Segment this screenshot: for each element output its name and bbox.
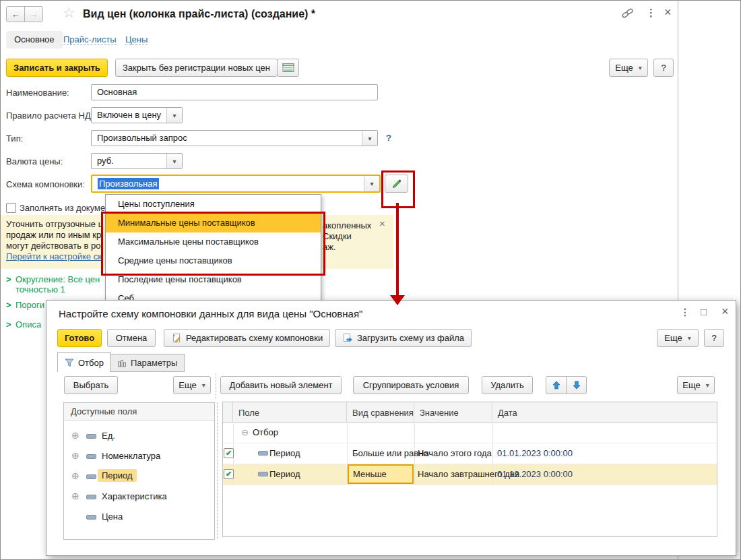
expand-icon[interactable]: ⊕ <box>71 431 79 440</box>
tree-item-nomenclature[interactable]: ⊕ Номенклатура <box>64 446 214 466</box>
load-file-icon <box>342 333 353 343</box>
row-checkbox[interactable]: ✔ <box>224 469 234 479</box>
favorite-star-icon[interactable]: ☆ <box>63 5 75 21</box>
column-header-date[interactable]: Дата <box>492 402 717 423</box>
tree-item-label-highlighted: Период <box>98 469 137 482</box>
chevron-right-icon: > <box>6 300 11 310</box>
add-element-button[interactable]: Добавить новый элемент <box>220 376 342 394</box>
field-icon <box>258 472 268 476</box>
annotation-arrow-line <box>396 203 399 296</box>
cancel-button[interactable]: Отмена <box>107 329 156 347</box>
table-group-row[interactable]: ⊖ Отбор <box>223 423 717 443</box>
close-without-registration-button[interactable]: Закрыть без регистрации новых цен <box>115 59 278 77</box>
table-row[interactable]: ✔ Период Больше или равно Начало этого г… <box>223 443 717 464</box>
available-fields-header: Доступные поля <box>64 403 214 421</box>
column-header-value[interactable]: Значение <box>414 402 492 423</box>
name-input[interactable]: Основная <box>91 84 378 100</box>
table-view-button[interactable] <box>277 59 299 77</box>
move-up-button[interactable] <box>546 376 567 394</box>
notification-close-icon[interactable]: × <box>379 218 385 229</box>
done-label: Готово <box>65 333 94 343</box>
select-field-button[interactable]: Выбрать <box>64 376 118 394</box>
column-header-select[interactable] <box>223 402 233 423</box>
tree-item-ed[interactable]: ⊕ Ед. <box>64 426 214 446</box>
thresholds-link[interactable]: Пороги <box>15 300 44 310</box>
close-without-registration-label: Закрыть без регистрации новых цен <box>123 63 270 73</box>
tree-item-period[interactable]: ⊕ Период <box>64 466 214 487</box>
help-button-main[interactable]: ? <box>653 59 674 77</box>
cell-date: 01.01.2023 0:00:00 <box>497 448 573 458</box>
type-dropdown-arrow-icon[interactable]: ▾ <box>362 131 377 146</box>
done-button[interactable]: Готово <box>57 329 102 347</box>
maximize-icon[interactable]: □ <box>701 306 707 317</box>
load-scheme-label: Загрузить схему из файла <box>357 333 464 343</box>
arrow-up-icon <box>552 381 560 390</box>
scheme-selected-text: Произвольная <box>98 178 159 189</box>
scheme-dropdown-arrow-icon[interactable]: ▾ <box>364 176 379 191</box>
panel-separator <box>217 402 218 538</box>
table-row-selected[interactable]: ✔ Период Меньше Начало завтрашнего дня 0… <box>223 464 717 485</box>
more-button-main[interactable]: Еще ▾ <box>609 59 648 77</box>
type-select[interactable]: Произвольный запрос ▾ <box>91 130 378 146</box>
link-icon[interactable] <box>622 8 633 18</box>
expand-icon[interactable]: ⊕ <box>71 491 79 501</box>
group-conditions-button[interactable]: Сгруппировать условия <box>353 376 469 394</box>
notification-line: Скидки <box>323 231 352 241</box>
back-button[interactable]: ← <box>6 6 25 22</box>
funnel-icon <box>65 359 74 367</box>
tab-filter[interactable]: Отбор <box>57 352 111 372</box>
tab-prices[interactable]: Цены <box>125 34 148 44</box>
scheme-select[interactable]: Произвольная ▾ <box>91 175 381 193</box>
delete-button[interactable]: Удалить <box>482 376 533 394</box>
column-header-field[interactable]: Поле <box>233 402 347 423</box>
close-icon[interactable]: × <box>721 305 729 319</box>
currency-select[interactable]: руб. ▾ <box>91 153 183 169</box>
vat-dropdown-arrow-icon[interactable]: ▾ <box>166 108 182 123</box>
edit-scheme-button[interactable]: Редактировать схему компоновки <box>164 329 330 347</box>
type-help-icon[interactable]: ? <box>386 133 391 143</box>
column-header-comparison[interactable]: Вид сравнения <box>347 402 414 423</box>
cell-comparison-editing[interactable]: Меньше <box>348 464 414 484</box>
rounding-link[interactable]: Округление: Все цен <box>15 274 100 284</box>
screenshot-root: ← → ☆ Вид цен (колонка прайс-листа) (соз… <box>0 0 741 560</box>
more-button-conditions[interactable]: Еще ▾ <box>677 376 715 394</box>
tree-item-price[interactable]: Цена <box>64 507 214 527</box>
tab-parameters[interactable]: Параметры <box>110 354 185 372</box>
row-checkbox[interactable]: ✔ <box>224 448 234 458</box>
kebab-menu-icon[interactable]: ⋮ <box>646 7 657 19</box>
tab-main[interactable]: Основное <box>6 31 63 49</box>
add-element-label: Добавить новый элемент <box>229 380 332 390</box>
help-button-dialog[interactable]: ? <box>704 329 724 347</box>
fill-from-documents-checkbox[interactable] <box>6 203 16 213</box>
rounding-link-line2[interactable]: точностью 1 <box>15 284 65 294</box>
move-down-button[interactable] <box>566 376 587 394</box>
kebab-menu-icon[interactable]: ⋮ <box>680 307 690 317</box>
edit-scheme-label: Редактировать схему компоновки <box>186 333 323 343</box>
dcs-setup-dialog: Настройте схему компоновки данных для ви… <box>46 300 736 556</box>
notification-link[interactable]: Перейти к настройке ск <box>6 251 102 261</box>
more-button-fields[interactable]: Еще ▾ <box>173 376 211 394</box>
row-divider <box>223 485 717 485</box>
tree-item-label: Номенклатура <box>102 451 160 461</box>
collapse-icon[interactable]: ⊖ <box>241 427 249 437</box>
currency-dropdown-arrow-icon[interactable]: ▾ <box>166 154 182 168</box>
vat-rule-select[interactable]: Включен в цену ▾ <box>91 107 183 123</box>
tree-item-label: Цена <box>102 511 123 522</box>
tab-parameters-label: Параметры <box>131 358 177 368</box>
notification-line: Уточнить отгрузочные ц <box>6 219 103 229</box>
tree-item-characteristic[interactable]: ⊕ Характеристика <box>64 487 214 507</box>
forward-button[interactable]: → <box>24 6 43 22</box>
load-scheme-button[interactable]: Загрузить схему из файла <box>335 329 472 347</box>
more-button-dialog[interactable]: Еще ▾ <box>657 329 699 347</box>
select-label: Выбрать <box>73 380 108 390</box>
dropdown-item[interactable]: Цены поступления <box>106 195 321 214</box>
expand-icon[interactable]: ⊕ <box>71 471 79 480</box>
save-close-button[interactable]: Записать и закрыть <box>6 59 108 77</box>
expand-icon[interactable]: ⊕ <box>71 451 79 460</box>
chevron-right-icon: > <box>6 319 11 330</box>
description-link[interactable]: Описа <box>15 319 41 330</box>
arrow-down-icon <box>573 381 581 390</box>
close-icon[interactable]: × <box>664 5 672 20</box>
cell-value: Начало этого года <box>418 448 492 458</box>
tab-price-lists[interactable]: Прайс-листы <box>63 34 117 44</box>
